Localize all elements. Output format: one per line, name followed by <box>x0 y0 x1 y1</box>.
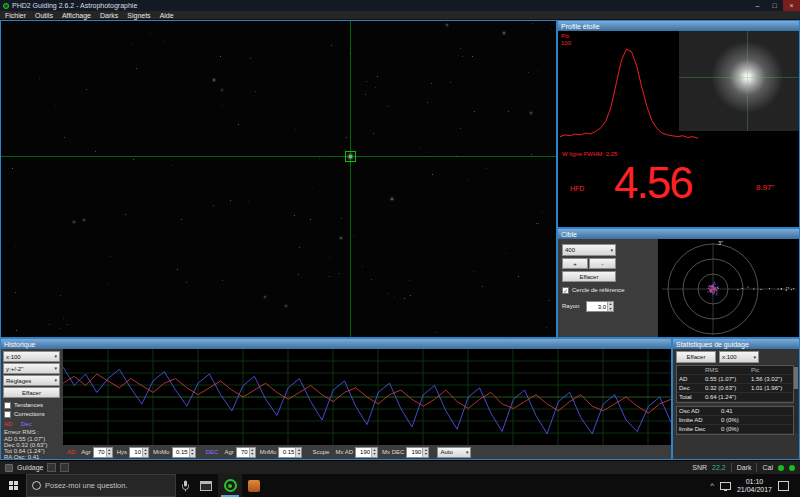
mount-status-icon <box>60 463 69 472</box>
spin-down-icon: ▼ <box>372 452 377 457</box>
dec-mnmo-spinner[interactable]: 0.15 ▲▼ <box>278 447 302 458</box>
phd2-window: PHD2 Guiding 2.6.2 - Astrophotographie –… <box>0 0 800 497</box>
spinner-buttons[interactable]: ▲▼ <box>189 448 195 457</box>
history-caption[interactable]: Historique <box>1 339 671 349</box>
stat-label: limite AD <box>677 417 721 423</box>
stats-header-row: RMS Pic <box>677 366 793 375</box>
ref-circle-checkbox[interactable]: ✓ <box>562 287 569 294</box>
camera-status-icon <box>47 463 56 472</box>
stats-caption[interactable]: Statistiques de guidage <box>673 339 799 349</box>
scrollbar-thumb[interactable] <box>794 367 798 389</box>
stats-scrollbar[interactable] <box>794 365 798 433</box>
hys-label: Hys <box>117 449 127 455</box>
capture-app-taskbar-icon[interactable] <box>242 474 266 497</box>
target-clear-button[interactable]: Effacer <box>562 271 616 282</box>
ra-mnmo-spinner[interactable]: 0.15 ▲▼ <box>172 447 196 458</box>
inset-crosshair-v <box>747 31 748 131</box>
close-button[interactable]: × <box>783 0 800 11</box>
maximize-button[interactable]: □ <box>766 0 783 11</box>
target-zoom-value: 400 <box>565 247 575 253</box>
mxdec-spinner[interactable]: 190 ▲▼ <box>406 447 429 458</box>
snr-value: 22.2 <box>712 464 726 471</box>
stat-value: 0 (0%) <box>721 417 793 423</box>
start-button[interactable] <box>0 474 26 497</box>
stats-scale-value: x:100 <box>722 354 737 360</box>
spinner-buttons[interactable]: ▲▼ <box>422 448 428 457</box>
dec-mnmo-label: MnMo <box>260 449 277 455</box>
target-caption[interactable]: Cible <box>558 229 799 239</box>
menu-outils[interactable]: Outils <box>35 12 53 19</box>
chevron-down-icon: ▾ <box>753 355 756 360</box>
chevron-down-icon: ▾ <box>54 378 57 383</box>
app-taskbar-icon[interactable] <box>194 474 218 497</box>
history-settings-button[interactable]: Réglages ▾ <box>3 375 60 386</box>
spinner-buttons[interactable]: ▲▼ <box>295 448 301 457</box>
trend-label: Tendances <box>14 402 43 408</box>
phd2-taskbar-icon[interactable] <box>218 474 242 497</box>
history-graph-svg <box>63 349 671 445</box>
stats-row-osc: Osc AD 0.41 <box>677 407 793 416</box>
target-zoom-select[interactable]: 400 ▾ <box>562 244 616 256</box>
display-tray-icon[interactable] <box>720 482 731 490</box>
col-rms: RMS <box>705 367 751 373</box>
corrections-checkbox[interactable] <box>4 411 11 418</box>
menu-aide[interactable]: Aide <box>160 12 174 19</box>
star-profile-caption[interactable]: Profile étoile <box>558 21 799 31</box>
hfd-label: HFD <box>570 185 584 192</box>
history-xscale-select[interactable]: x:100 ▾ <box>3 351 60 362</box>
guide-state-icon <box>5 464 13 472</box>
ra-agr-spinner[interactable]: 70 ▲▼ <box>93 447 113 458</box>
history-xscale-value: x:100 <box>6 354 21 360</box>
zoom-in-button[interactable]: + <box>562 258 588 269</box>
stats-clear-button[interactable]: Effacer <box>676 351 716 363</box>
tray-expand-icon[interactable]: ^ <box>710 481 714 490</box>
stat-value: 0 (0%) <box>721 426 793 432</box>
mxad-spinner[interactable]: 190 ▲▼ <box>355 447 378 458</box>
ra-agr-value: 70 <box>94 448 106 457</box>
status-bar: Guidage SNR 22.2 Dark Cal <box>0 460 800 474</box>
title-bar: PHD2 Guiding 2.6.2 - Astrophotographie –… <box>0 0 800 11</box>
menu-fichier[interactable]: Fichier <box>5 12 26 19</box>
spinner-buttons[interactable]: ▲▼ <box>142 448 148 457</box>
menu-darks[interactable]: Darks <box>100 12 118 19</box>
action-center-icon[interactable] <box>778 481 789 491</box>
hys-spinner[interactable]: 10 ▲▼ <box>129 447 149 458</box>
stats-row-total: Total 0.64 (1.24") <box>677 393 793 402</box>
dec-agr-label: Agr <box>224 449 233 455</box>
status-right-group: SNR 22.2 Dark Cal <box>692 463 795 472</box>
dec-agr-spinner[interactable]: 70 ▲▼ <box>236 447 256 458</box>
spinner-buttons[interactable]: ▲▼ <box>249 448 255 457</box>
minimize-button[interactable]: – <box>749 0 766 11</box>
history-controls-sidebar: x:100 ▾ y:+/-2" ▾ Réglages ▾ Effacer Ten… <box>1 349 63 459</box>
menu-signets[interactable]: Signets <box>127 12 150 19</box>
snr-label: SNR <box>692 464 707 471</box>
spinner-buttons[interactable]: ▲▼ <box>371 448 377 457</box>
dec-mnmo-value: 0.15 <box>279 448 295 457</box>
history-settings-label: Réglages <box>6 378 31 384</box>
history-clear-button[interactable]: Effacer <box>3 387 60 398</box>
taskbar-clock[interactable]: 01:10 21/04/2017 <box>737 478 772 494</box>
dec-section-label: DEC <box>206 449 219 455</box>
corrections-label: Corrections <box>14 411 45 417</box>
target-pane: Cible 400 ▾ + - Effacer ✓ Cercle de réfé… <box>557 228 800 338</box>
mxad-value: 190 <box>356 448 371 457</box>
radius-spinner[interactable]: 3.0 ▲▼ <box>586 301 614 312</box>
history-yscale-select[interactable]: y:+/-2" ▾ <box>3 363 60 374</box>
mic-button[interactable] <box>176 474 194 497</box>
taskbar-search[interactable]: Posez-moi une question. <box>26 474 176 497</box>
stats-scale-select[interactable]: x:100 ▾ <box>719 351 759 363</box>
menu-affichage[interactable]: Affichage <box>62 12 91 19</box>
dark-indicator: Dark <box>737 464 752 471</box>
zoom-out-button[interactable]: - <box>589 258 616 269</box>
ra-section-label: AD <box>67 449 75 455</box>
trend-checkbox[interactable] <box>4 402 11 409</box>
ra-agr-label: Agr <box>81 449 90 455</box>
main-camera-view[interactable] <box>0 20 557 338</box>
search-placeholder: Posez-moi une question. <box>45 481 128 490</box>
dec-mode-value: Auto <box>440 449 452 455</box>
spinner-buttons[interactable]: ▲▼ <box>607 302 613 311</box>
app-window-icon <box>200 481 212 491</box>
dec-mode-select[interactable]: Auto ▾ <box>437 447 471 458</box>
spin-down-icon: ▼ <box>296 452 301 457</box>
spinner-buttons[interactable]: ▲▼ <box>106 448 112 457</box>
